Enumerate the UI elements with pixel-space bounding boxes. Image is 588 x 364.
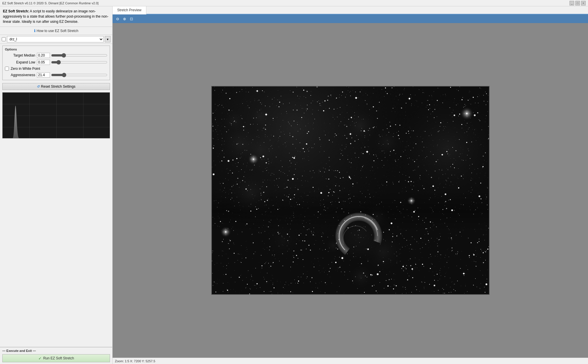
fit-window-icon: ⊡: [130, 17, 133, 21]
app-title: EZ Soft Stretch v0.11 © 2020 S. Dimant […: [2, 1, 98, 5]
zoom-in-button[interactable]: ⊕: [121, 16, 128, 22]
minimize-button[interactable]: _: [570, 1, 574, 5]
execute-section: — Execute and Exit — ✓ Run EZ Soft Stret…: [0, 347, 112, 364]
window-controls: _ □ ×: [570, 1, 586, 5]
stretch-preview-tab[interactable]: Stretch Preview: [113, 6, 146, 14]
fit-window-button[interactable]: ⊡: [128, 16, 135, 22]
run-icon: ✓: [38, 356, 42, 361]
reset-button[interactable]: ↺ Reset Stretch Settings: [2, 83, 110, 90]
close-button[interactable]: ×: [581, 1, 586, 5]
aggressiveness-label: Aggressiveness: [5, 73, 35, 77]
status-bar: Zoom: 1:5 X: 7200 Y: 5257.5: [113, 358, 588, 364]
preview-image-area: [113, 23, 588, 358]
execute-label-dash2: —: [32, 349, 36, 352]
expand-low-slider[interactable]: [51, 60, 107, 64]
preview-image: [212, 87, 489, 294]
run-button-label: Run EZ Soft Stretch: [43, 356, 74, 360]
zoom-out-button[interactable]: ⊖: [114, 16, 121, 22]
execute-label-text: Execute and Exit: [6, 349, 32, 352]
dropdown-row: drz_l ▼: [0, 35, 112, 44]
execute-label: — Execute and Exit —: [2, 349, 110, 352]
target-median-row: Target Median: [5, 53, 107, 58]
right-panel: Stretch Preview ⊖ ⊕ ⊡ Zoom: 1:: [113, 6, 588, 364]
main-layout: EZ Soft Stretch: A script to easily deli…: [0, 6, 588, 364]
target-median-slider[interactable]: [51, 53, 107, 57]
zero-white-point-row: Zero in White Point: [5, 67, 107, 71]
preview-image-wrapper: [211, 86, 490, 295]
help-link[interactable]: ℹ How to use EZ Soft Stretch: [0, 27, 112, 35]
maximize-button[interactable]: □: [575, 1, 580, 5]
expand-low-row: Expand Low: [5, 60, 107, 65]
image-select-checkbox[interactable]: [2, 37, 6, 41]
starfield-canvas: [212, 87, 489, 294]
reset-icon: ↺: [37, 85, 40, 89]
titlebar: EZ Soft Stretch v0.11 © 2020 S. Dimant […: [0, 0, 588, 6]
execute-label-dash: —: [2, 349, 6, 352]
image-select-dropdown[interactable]: drz_l: [7, 36, 104, 42]
zoom-in-icon: ⊕: [123, 17, 126, 21]
run-button[interactable]: ✓ Run EZ Soft Stretch: [2, 354, 110, 362]
description-bold: EZ Soft Stretch:: [3, 9, 29, 13]
zero-white-point-checkbox[interactable]: [5, 67, 9, 71]
aggressiveness-row: Aggressiveness: [5, 72, 107, 78]
options-legend: Options: [5, 48, 107, 51]
expand-low-input[interactable]: [37, 60, 50, 65]
zero-white-point-label: Zero in White Point: [11, 67, 40, 71]
target-median-label: Target Median: [5, 53, 35, 57]
reset-section: ↺ Reset Stretch Settings: [2, 82, 110, 91]
aggressiveness-input[interactable]: [37, 72, 50, 78]
reset-button-label: Reset Stretch Settings: [41, 85, 75, 89]
zoom-out-icon: ⊖: [116, 17, 119, 21]
stretch-preview-tab-label: Stretch Preview: [117, 8, 141, 12]
target-median-input[interactable]: [37, 53, 50, 58]
histogram-canvas: [3, 93, 110, 138]
preview-toolbar: ⊖ ⊕ ⊡: [113, 14, 588, 23]
options-group: Options Target Median Expand Low Zero in…: [2, 46, 110, 80]
help-link-text: How to use EZ Soft Stretch: [37, 29, 79, 33]
dropdown-arrow-button[interactable]: ▼: [105, 36, 111, 42]
aggressiveness-slider[interactable]: [51, 73, 107, 77]
left-panel: EZ Soft Stretch: A script to easily deli…: [0, 6, 113, 364]
preview-tab-bar: Stretch Preview: [113, 6, 588, 14]
expand-low-label: Expand Low: [5, 60, 35, 64]
status-text: Zoom: 1:5 X: 7200 Y: 5257.5: [115, 359, 155, 363]
description-box: EZ Soft Stretch: A script to easily deli…: [0, 6, 112, 27]
help-icon: ℹ: [34, 29, 36, 33]
histogram-container: [2, 92, 110, 138]
